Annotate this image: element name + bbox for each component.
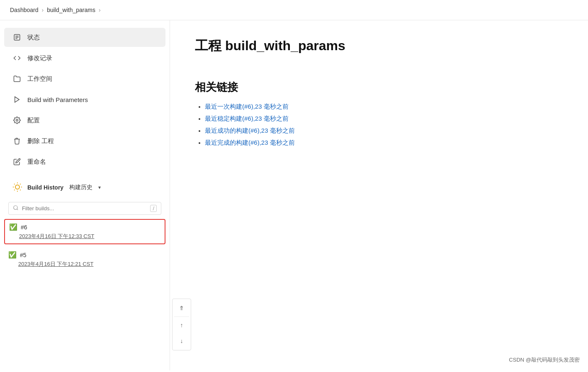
filter-slash-badge: / — [150, 205, 157, 212]
breadcrumb-sep2: › — [99, 7, 101, 13]
sidebar-item-status[interactable]: 状态 — [4, 28, 165, 47]
file-text-icon — [12, 33, 22, 42]
chevron-down-icon[interactable]: ▾ — [98, 185, 101, 190]
build-item-6-id: #6 — [21, 224, 27, 231]
success-icon-5: ✅ — [8, 251, 17, 259]
svg-point-15 — [14, 206, 17, 209]
svg-line-14 — [20, 184, 20, 184]
link-3[interactable]: 最近成功的构建(#6),23 毫秒之前 — [205, 127, 295, 134]
build-history-subtitle: 构建历史 — [69, 184, 92, 191]
list-item-3: 最近成功的构建(#6),23 毫秒之前 — [205, 127, 563, 135]
link-2[interactable]: 最近稳定构建(#6),23 毫秒之前 — [205, 115, 289, 122]
trash-icon — [12, 136, 22, 146]
list-item-1: 最近一次构建(#6),23 毫秒之前 — [205, 103, 563, 111]
svg-line-13 — [14, 190, 15, 190]
sidebar-item-config[interactable]: 配置 — [4, 111, 165, 130]
filter-builds-input[interactable] — [22, 205, 147, 212]
folder-icon — [12, 74, 22, 83]
list-item-2: 最近稳定构建(#6),23 毫秒之前 — [205, 115, 563, 123]
watermark: CSDN @敲代码敲到头发茂密 — [509, 356, 580, 364]
build-history-title: Build History — [27, 184, 63, 191]
related-links-title: 相关链接 — [195, 80, 563, 95]
svg-line-9 — [14, 184, 15, 184]
sidebar-item-build[interactable]: Build with Parameters — [4, 90, 165, 109]
build-item-5-header: ✅ #5 — [8, 251, 161, 259]
breadcrumb: Dashboard › build_with_params › — [0, 0, 588, 20]
main-content: 工程 build_with_params 相关链接 最近一次构建(#6),23 … — [170, 20, 588, 370]
search-icon — [13, 205, 19, 212]
build-item-5-id: #5 — [20, 252, 27, 258]
link-1[interactable]: 最近一次构建(#6),23 毫秒之前 — [205, 103, 289, 110]
related-links-list: 最近一次构建(#6),23 毫秒之前 最近稳定构建(#6),23 毫秒之前 最近… — [195, 103, 563, 147]
sun-icon — [12, 182, 23, 193]
sidebar-item-changelog[interactable]: 修改记录 — [4, 49, 165, 68]
build-item-5[interactable]: ✅ #5 2023年4月16日 下午12:21 CST — [0, 248, 170, 271]
success-icon-6: ✅ — [9, 223, 17, 231]
sidebar-delete-label: 删除 工程 — [27, 137, 54, 145]
build-item-6-date[interactable]: 2023年4月16日 下午12:33 CST — [19, 233, 160, 240]
sidebar-status-label: 状态 — [27, 34, 40, 41]
breadcrumb-sep1: › — [42, 7, 44, 13]
svg-point-6 — [15, 185, 19, 189]
sidebar-item-workspace[interactable]: 工作空间 — [4, 69, 165, 88]
sidebar-build-label: Build with Parameters — [27, 96, 88, 103]
sidebar-changelog-label: 修改记录 — [27, 54, 52, 62]
page-title: 工程 build_with_params — [195, 37, 563, 55]
build-item-5-date[interactable]: 2023年4月16日 下午12:21 CST — [18, 260, 161, 268]
sidebar: 状态 修改记录 工作空间 — [0, 20, 170, 370]
breadcrumb-project[interactable]: build_with_params — [47, 7, 95, 13]
sidebar-item-rename[interactable]: 重命名 — [4, 152, 165, 171]
sidebar-item-delete[interactable]: 删除 工程 — [4, 131, 165, 151]
svg-marker-4 — [15, 97, 19, 102]
svg-line-10 — [20, 190, 20, 190]
build-items-list: ✅ #6 2023年4月16日 下午12:33 CST ✅ #5 2023年4月… — [0, 219, 170, 364]
sidebar-workspace-label: 工作空间 — [27, 75, 52, 83]
build-item-6-header: ✅ #6 — [9, 223, 160, 231]
breadcrumb-dashboard[interactable]: Dashboard — [10, 7, 39, 13]
list-item-4: 最近完成的构建(#6),23 毫秒之前 — [205, 139, 563, 147]
svg-point-5 — [16, 119, 18, 122]
sidebar-rename-label: 重命名 — [27, 158, 46, 166]
main-layout: 状态 修改记录 工作空间 — [0, 20, 588, 370]
sidebar-config-label: 配置 — [27, 117, 40, 124]
build-item-6[interactable]: ✅ #6 2023年4月16日 下午12:33 CST — [4, 219, 165, 244]
play-icon — [12, 95, 22, 104]
settings-icon — [12, 116, 22, 125]
filter-container: / — [8, 202, 161, 215]
build-history-header: Build History 构建历史 ▾ — [4, 176, 165, 199]
code-icon — [12, 53, 22, 63]
svg-line-16 — [17, 209, 18, 210]
link-4[interactable]: 最近完成的构建(#6),23 毫秒之前 — [205, 139, 295, 146]
edit-icon — [12, 157, 22, 166]
